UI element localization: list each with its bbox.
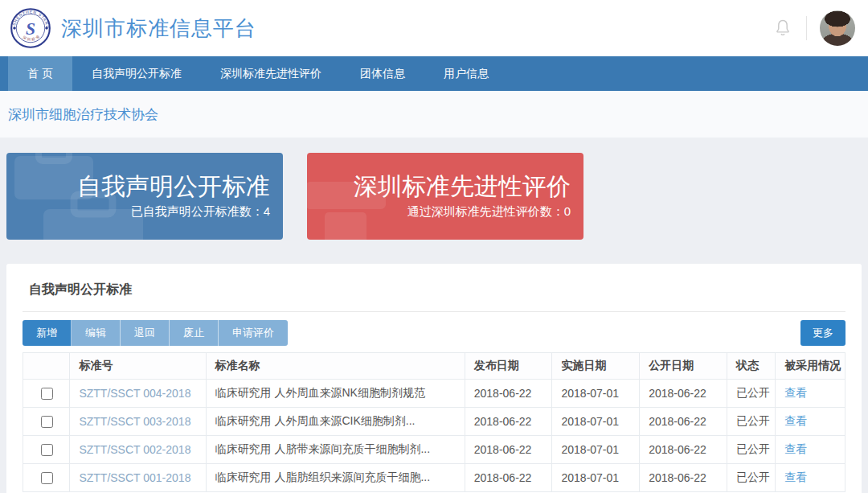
publish-date: 2018-06-22: [465, 380, 552, 408]
publish-date: 2018-06-22: [465, 408, 552, 436]
nav-item-self-declared-standards[interactable]: 自我声明公开标准: [72, 56, 201, 91]
add-button[interactable]: 新增: [23, 320, 72, 346]
publish-date: 2018-06-22: [465, 464, 552, 492]
org-bar: 深圳市细胞治疗技术协会: [0, 91, 868, 138]
standard-name: 临床研究用 人外周血来源NK细胞制剂规范: [206, 380, 465, 408]
abolish-button[interactable]: 废止: [170, 320, 219, 346]
header-checkbox-col: [23, 353, 70, 380]
publish-date: 2018-06-22: [465, 436, 552, 464]
status-label: 已公开: [727, 380, 775, 408]
row-checkbox[interactable]: [41, 416, 53, 428]
standard-name: 临床研究用 人脐带来源间充质干细胞制剂...: [206, 436, 465, 464]
header-publish-date: 发布日期: [465, 353, 552, 380]
header-status: 状态: [727, 353, 775, 380]
platform-logo-icon: SHENZHEN STANDARD 深圳标准 S: [10, 7, 51, 49]
impl-date: 2018-07-01: [552, 380, 640, 408]
standard-no-link[interactable]: SZTT/SSCT 002-2018: [79, 443, 190, 456]
notification-bell-icon[interactable]: [772, 18, 793, 39]
open-date: 2018-06-22: [640, 464, 727, 492]
impl-date: 2018-07-01: [552, 408, 640, 436]
header-adoption: 被采用情况: [776, 353, 845, 380]
card-count-label: 通过深圳标准先进性评价数：0: [407, 204, 571, 220]
header-standard-name: 标准名称: [206, 353, 465, 380]
apply-evaluation-button[interactable]: 申请评价: [219, 320, 288, 346]
app-title: 深圳市标准信息平台: [61, 14, 256, 43]
card-count-label: 已自我声明公开标准数：4: [131, 204, 270, 220]
header-standard-no: 标准号: [70, 353, 206, 380]
card-self-declared-standards[interactable]: 自我声明公开标准 已自我声明公开标准数：4: [6, 153, 283, 240]
standard-name: 临床研究用 人脂肪组织来源间充质干细胞...: [206, 464, 465, 492]
user-avatar[interactable]: [820, 10, 855, 46]
status-label: 已公开: [727, 464, 775, 492]
standard-name: 临床研究用 人外周血来源CIK细胞制剂...: [206, 408, 465, 436]
nav-item-advancement-evaluation[interactable]: 深圳标准先进性评价: [201, 56, 341, 91]
card-title: 深圳标准先进性评价: [354, 173, 571, 201]
impl-date: 2018-07-01: [552, 464, 640, 492]
nav-item-user-info[interactable]: 用户信息: [424, 56, 508, 91]
edit-button[interactable]: 编辑: [72, 320, 121, 346]
summary-cards: 自我声明公开标准 已自我声明公开标准数：4 深圳标准先进性评价 通过深圳标准先进…: [0, 138, 868, 240]
view-link[interactable]: 查看: [784, 386, 807, 399]
status-label: 已公开: [727, 408, 775, 436]
more-button[interactable]: 更多: [800, 320, 845, 346]
standards-table: 标准号 标准名称 发布日期 实施日期 公开日期 状态 被采用情况 SZTT/SS…: [23, 352, 845, 492]
header-open-date: 公开日期: [640, 353, 727, 380]
table-header-row: 标准号 标准名称 发布日期 实施日期 公开日期 状态 被采用情况: [23, 353, 845, 380]
logo-center-glyph: S: [26, 19, 35, 39]
standard-no-link[interactable]: SZTT/SSCT 003-2018: [79, 415, 190, 428]
standard-no-link[interactable]: SZTT/SSCT 001-2018: [79, 471, 190, 484]
table-row: SZTT/SSCT 004-2018 临床研究用 人外周血来源NK细胞制剂规范 …: [23, 380, 845, 408]
table-row: SZTT/SSCT 001-2018 临床研究用 人脂肪组织来源间充质干细胞..…: [23, 464, 845, 492]
standard-no-link[interactable]: SZTT/SSCT 004-2018: [79, 387, 190, 400]
header-impl-date: 实施日期: [552, 353, 640, 380]
view-link[interactable]: 查看: [784, 470, 807, 483]
nav-item-home[interactable]: 首 页: [8, 56, 72, 91]
impl-date: 2018-07-01: [552, 436, 640, 464]
view-link[interactable]: 查看: [784, 442, 807, 455]
open-date: 2018-06-22: [640, 436, 727, 464]
panel-title: 自我声明公开标准: [23, 280, 845, 312]
view-link[interactable]: 查看: [784, 414, 807, 427]
org-title: 深圳市细胞治疗技术协会: [8, 105, 158, 124]
row-checkbox[interactable]: [41, 388, 53, 400]
card-advancement-evaluation[interactable]: 深圳标准先进性评价 通过深圳标准先进性评价数：0: [307, 153, 583, 240]
card-title: 自我声明公开标准: [77, 173, 270, 201]
status-label: 已公开: [727, 436, 775, 464]
table-row: SZTT/SSCT 003-2018 临床研究用 人外周血来源CIK细胞制剂..…: [23, 408, 845, 436]
main-nav: 首 页 自我声明公开标准 深圳标准先进性评价 团体信息 用户信息: [0, 56, 868, 91]
app-header: SHENZHEN STANDARD 深圳标准 S 深圳市标准信息平台: [0, 0, 868, 56]
row-checkbox[interactable]: [41, 472, 53, 484]
open-date: 2018-06-22: [640, 408, 727, 436]
toolbar-button-group: 新增 编辑 退回 废止 申请评价: [23, 320, 288, 346]
nav-item-group-info[interactable]: 团体信息: [341, 56, 424, 91]
return-button[interactable]: 退回: [121, 320, 170, 346]
header-divider: [806, 16, 807, 40]
row-checkbox[interactable]: [41, 444, 53, 456]
open-date: 2018-06-22: [640, 380, 727, 408]
toolbar: 新增 编辑 退回 废止 申请评价 更多: [23, 320, 845, 346]
standards-panel: 自我声明公开标准 新增 编辑 退回 废止 申请评价 更多 标准号 标准名称 发布…: [6, 264, 862, 493]
table-row: SZTT/SSCT 002-2018 临床研究用 人脐带来源间充质干细胞制剂..…: [23, 436, 845, 464]
